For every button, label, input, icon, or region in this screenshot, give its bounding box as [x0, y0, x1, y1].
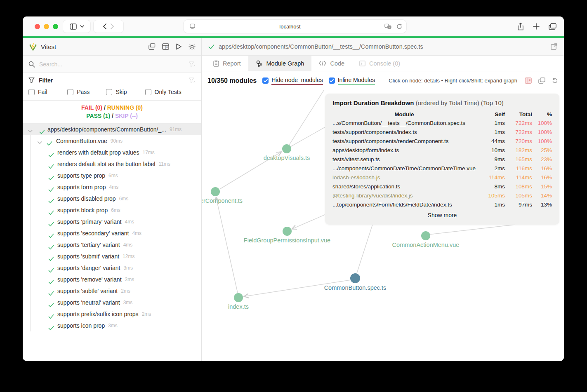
zoom-window-button[interactable] [53, 24, 58, 29]
graph-hint: Click on node: details • Right-click/Shi… [389, 77, 517, 84]
dashboard-icon[interactable]: JS [162, 43, 169, 50]
graph-node-fieldGroup[interactable] [283, 227, 292, 236]
test-row[interactable]: supports prefix/suffix icon props2ms [23, 308, 201, 320]
address-bar[interactable]: localhost x [184, 20, 406, 33]
collapse-all-icon[interactable] [149, 43, 156, 50]
sidebar-toggle-button[interactable] [63, 20, 90, 33]
test-row[interactable]: supports block prop6ms [23, 204, 201, 216]
inline-modules-checkbox[interactable]: Inline Modules [329, 77, 375, 85]
reset-graph-icon[interactable] [552, 77, 558, 84]
graph-node-desktopVisuals[interactable] [282, 144, 291, 153]
hide-node-modules-checkbox[interactable]: Hide node_modules [262, 77, 323, 85]
file-header: apps/desktop/components/CommonButton/__t… [202, 38, 564, 56]
sidebar-header: Vitest JS [23, 38, 201, 56]
open-in-editor-icon[interactable] [551, 43, 557, 50]
report-icon [213, 60, 219, 67]
graph-node-renderComponent[interactable] [211, 187, 220, 196]
graph-toolbar: 10/350 modules Hide node_modules Inline … [202, 71, 564, 90]
forward-icon[interactable] [110, 23, 114, 29]
graph-node-index[interactable] [234, 293, 243, 302]
test-row[interactable]: supports 'danger' variant3ms [23, 262, 201, 274]
new-tab-icon[interactable] [533, 23, 540, 30]
graph-node-label: index.ts [228, 303, 249, 310]
percent: 16% [532, 164, 552, 173]
tab-report[interactable]: Report [206, 56, 248, 71]
pass-check-icon [47, 141, 52, 146]
breakdown-row: .../components/CommonDateTime/CommonDate… [332, 164, 552, 173]
theme-toggle-icon[interactable] [189, 43, 196, 50]
filter-checkbox-fail[interactable]: Fail [28, 89, 67, 95]
graph-node-label: desktopVisuals.ts [264, 155, 310, 161]
minimize-window-button[interactable] [44, 24, 49, 29]
percent: 15% [532, 182, 552, 191]
test-row[interactable]: supports 'submit' variant12ms [23, 251, 201, 262]
test-row[interactable]: renders default slot as the button label… [23, 158, 201, 170]
filter-checkbox-skip[interactable]: Skip [106, 89, 145, 95]
node-details-toggle-icon[interactable] [525, 77, 532, 84]
checkbox-icon [106, 89, 112, 95]
self-time: 44ms [476, 137, 505, 146]
reload-icon[interactable] [396, 23, 402, 30]
share-icon[interactable] [517, 23, 524, 31]
test-row[interactable]: supports 'tertiary' variant4ms [23, 239, 201, 251]
test-row[interactable]: renders with default prop values17ms [23, 147, 201, 158]
svg-text:x: x [389, 26, 390, 28]
clear-search-icon[interactable] [189, 61, 196, 67]
graph-node-actionMenu[interactable] [421, 231, 430, 240]
filter-checkbox-only-tests[interactable]: Only Tests [145, 89, 196, 95]
tab-module-graph[interactable]: Module Graph [248, 56, 312, 71]
self-time: 2ms [476, 164, 505, 173]
sidebar: Vitest JS Search... Filter [23, 38, 202, 361]
test-row[interactable]: supports disabled prop6ms [23, 193, 201, 204]
search-placeholder: Search... [39, 61, 185, 68]
filter-checkboxes: Fail Pass Skip Only Tests [28, 89, 196, 95]
test-row[interactable]: supports 'secondary' variant4ms [23, 228, 201, 239]
module-graph-canvas[interactable]: renderComponent.tsdesktopVisuals.tsField… [202, 90, 564, 361]
test-row[interactable]: supports 'primary' variant4ms [23, 216, 201, 228]
self-time: 105ms [476, 191, 505, 200]
filter-checkbox-pass[interactable]: Pass [67, 89, 106, 95]
sidebar-icon [70, 23, 77, 30]
nav-buttons [94, 20, 123, 33]
module-name: .../components/CommonDateTime/CommonDate… [332, 164, 476, 173]
graph-node-label: CommonButton.spec.ts [324, 284, 387, 291]
chevron-down-icon [38, 141, 42, 144]
graph-node-spec[interactable] [350, 273, 360, 283]
module-name: shared/stores/application.ts [332, 182, 476, 191]
breakdown-row: ...s/CommonButton/__tests__/CommonButton… [332, 119, 552, 128]
back-icon[interactable] [103, 23, 107, 29]
graph-node-label: CommonActionMenu.vue [392, 242, 460, 248]
show-more-button[interactable]: Show more [332, 212, 552, 218]
page-settings-icon[interactable] [189, 23, 196, 29]
close-window-button[interactable] [35, 24, 40, 29]
test-row[interactable]: supports 'neutral' variant3ms [23, 297, 201, 308]
code-icon [319, 61, 326, 66]
url-text: localhost [196, 23, 384, 30]
translate-icon[interactable]: x [384, 23, 391, 29]
search-bar[interactable]: Search... [23, 56, 201, 73]
test-row[interactable]: supports type prop6ms [23, 170, 201, 181]
clear-filter-icon[interactable] [189, 77, 196, 83]
run-all-icon[interactable] [176, 43, 182, 50]
tab-console[interactable]: Console (0) [352, 56, 408, 71]
graph-node-label: renderComponent.ts [202, 197, 243, 204]
breakdown-row: tests/vitest.setup.ts9ms165ms23% [332, 155, 552, 164]
search-icon [28, 61, 35, 68]
pass-check-icon [48, 164, 54, 169]
tab-overview-icon[interactable] [549, 23, 556, 30]
percent: 16% [532, 173, 552, 182]
open-graph-window-icon[interactable] [538, 77, 545, 84]
test-row[interactable]: supports 'remove' variant3ms [23, 274, 201, 285]
test-suite-row[interactable]: CommonButton.vue90ms [23, 135, 201, 147]
self-time: 1ms [476, 128, 505, 137]
tab-code[interactable]: Code [311, 56, 352, 71]
running-count: RUNNING (0) [107, 104, 143, 111]
breakdown-row: @testing-library/vue/dist/index.js105ms1… [332, 191, 552, 200]
checkbox-icon [28, 89, 35, 95]
fail-count: FAIL (0) [81, 104, 102, 111]
test-row[interactable]: supports form prop4ms [23, 181, 201, 193]
test-row[interactable]: supports 'subtle' variant2ms [23, 285, 201, 297]
test-row[interactable]: supports icon prop3ms [23, 320, 201, 331]
test-file-row[interactable]: apps/desktop/components/CommonButton/_..… [23, 124, 201, 135]
pass-check-icon [208, 44, 215, 49]
